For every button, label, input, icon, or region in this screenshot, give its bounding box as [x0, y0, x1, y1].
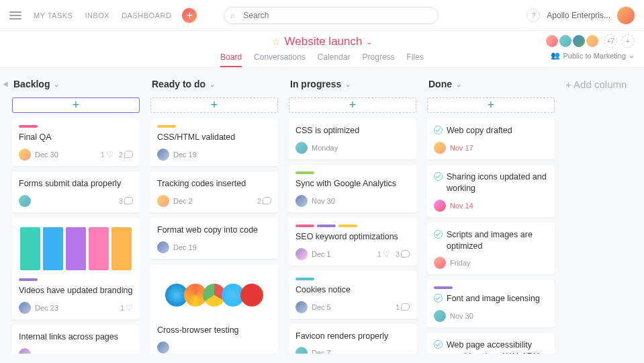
card[interactable]: CSS is optimizedMonday: [289, 118, 416, 159]
comment-count[interactable]: 3: [396, 250, 410, 258]
card[interactable]: Internal links across pages: [12, 325, 140, 354]
search-icon: ⌕: [230, 11, 235, 20]
card[interactable]: SEO keyword optimizationsDec 11♡3: [289, 218, 416, 266]
card-tags: [19, 278, 133, 281]
assignee-avatar[interactable]: [19, 302, 31, 314]
member-avatar[interactable]: [558, 34, 573, 48]
collapse-column-icon[interactable]: ◀: [3, 80, 8, 87]
search-box: ⌕: [224, 7, 439, 24]
add-column-button[interactable]: + Add column: [565, 77, 644, 354]
column-header[interactable]: Backlog⌄: [12, 77, 140, 92]
comment-count[interactable]: 2: [257, 197, 271, 205]
assignee-avatar[interactable]: [434, 257, 446, 269]
card[interactable]: Favicon renders properlyDec 7: [289, 324, 416, 354]
tab-calendar[interactable]: Calendar: [318, 52, 351, 67]
card[interactable]: Sharing icons updated and workingNov 14: [427, 165, 555, 217]
tab-conversations[interactable]: Conversations: [254, 52, 306, 67]
column-header[interactable]: Done⌄: [427, 77, 555, 92]
card[interactable]: Final QADec 301♡2: [12, 118, 140, 166]
project-members[interactable]: +7 +: [549, 34, 635, 48]
assignee-avatar[interactable]: [19, 195, 31, 207]
member-avatar[interactable]: [585, 34, 600, 48]
assignee-avatar[interactable]: [157, 341, 169, 354]
add-member-button[interactable]: +: [621, 34, 635, 48]
card[interactable]: Web copy draftedNov 17: [427, 118, 555, 159]
menu-icon[interactable]: [9, 9, 21, 22]
card[interactable]: Cross-browser testing: [150, 264, 278, 354]
add-card-button[interactable]: +: [12, 97, 140, 113]
chevron-down-icon[interactable]: ⌄: [456, 81, 461, 88]
member-avatar[interactable]: [571, 34, 586, 48]
card[interactable]: Format web copy into codeDec 19: [150, 218, 278, 259]
workspace-switcher[interactable]: Apollo Enterpris...: [547, 11, 610, 20]
like-count[interactable]: 1♡: [120, 303, 133, 313]
card-footer: Nov 17: [434, 142, 548, 154]
card-metrics: 1♡2: [101, 150, 133, 159]
assignee-avatar[interactable]: [19, 149, 31, 161]
comment-count[interactable]: 3: [119, 197, 133, 205]
column-header[interactable]: Ready to do⌄: [150, 77, 278, 92]
user-avatar[interactable]: [617, 7, 635, 24]
tab-files[interactable]: Files: [407, 52, 424, 67]
column: Done⌄+Web copy draftedNov 17Sharing icon…: [427, 77, 555, 354]
card-footer: Dec 19: [157, 241, 271, 253]
assignee-avatar[interactable]: [434, 310, 446, 322]
card[interactable]: Scripts and images are optimizedFriday: [427, 223, 555, 275]
card-footer: Dec 22: [157, 195, 271, 207]
topbar: MY TASKS INBOX DASHBOARD + ⌕ ? Apollo En…: [0, 0, 644, 31]
tab-board[interactable]: Board: [220, 52, 242, 67]
comment-count[interactable]: 2: [119, 151, 133, 159]
assignee-avatar[interactable]: [157, 149, 169, 161]
assignee-avatar[interactable]: [295, 347, 308, 354]
card[interactable]: Sync with Google AnalyticsNov 30: [289, 165, 416, 212]
like-count[interactable]: 1♡: [377, 249, 390, 259]
comment-count[interactable]: 1: [396, 303, 410, 311]
tab-progress[interactable]: Progress: [363, 52, 395, 67]
chevron-down-icon[interactable]: ⌄: [345, 81, 351, 88]
nav-my-tasks[interactable]: MY TASKS: [34, 11, 73, 19]
add-card-button[interactable]: +: [289, 97, 416, 113]
chevron-down-icon[interactable]: ⌄: [210, 81, 215, 88]
quick-add-button[interactable]: +: [182, 8, 197, 23]
star-icon[interactable]: ☆: [272, 36, 281, 47]
help-icon[interactable]: ?: [526, 9, 540, 22]
due-date: Monday: [312, 144, 338, 152]
assignee-avatar[interactable]: [295, 248, 308, 260]
card[interactable]: Forms submit data properly3: [12, 171, 140, 212]
chevron-down-icon[interactable]: ⌄: [54, 81, 59, 88]
column-header[interactable]: In progress⌄: [289, 77, 416, 92]
assignee-avatar[interactable]: [434, 200, 446, 212]
nav-inbox[interactable]: INBOX: [85, 11, 109, 19]
card-footer: [157, 341, 271, 354]
chevron-down-icon[interactable]: ⌄: [366, 38, 372, 46]
project-title[interactable]: ☆ Website launch ⌄: [272, 35, 373, 48]
card-tags: [295, 225, 410, 227]
check-circle-icon: [434, 294, 443, 302]
add-card-button[interactable]: +: [427, 97, 555, 113]
like-count[interactable]: 1♡: [101, 150, 113, 159]
assignee-avatar[interactable]: [434, 142, 446, 154]
card-title: Final QA: [19, 132, 133, 143]
assignee-avatar[interactable]: [19, 348, 31, 354]
card[interactable]: Tracking codes insertedDec 22: [150, 171, 278, 212]
card[interactable]: Web page accessibility considerations WA…: [427, 333, 555, 354]
search-input[interactable]: [224, 7, 439, 24]
assignee-avatar[interactable]: [295, 195, 308, 207]
card[interactable]: Videos have updated brandingDec 231♡: [12, 218, 140, 319]
assignee-avatar[interactable]: [295, 142, 308, 154]
card[interactable]: Cookies noticeDec 51: [289, 271, 416, 319]
nav-dashboard[interactable]: DASHBOARD: [122, 11, 171, 19]
member-overflow[interactable]: +7: [604, 34, 617, 48]
visibility-toggle[interactable]: 👥 Public to Marketing ⌄: [551, 51, 635, 60]
member-avatar[interactable]: [545, 34, 559, 48]
card[interactable]: Font and image licensingNov 30: [427, 280, 555, 327]
assignee-avatar[interactable]: [295, 301, 308, 313]
add-card-button[interactable]: +: [150, 97, 278, 113]
tag: [157, 125, 176, 128]
card[interactable]: CSS/HTML validatedDec 19: [150, 118, 278, 166]
card-title: Format web copy into code: [157, 225, 271, 236]
comment-icon: [263, 197, 271, 204]
assignee-avatar[interactable]: [157, 195, 169, 207]
due-date: Dec 19: [173, 151, 197, 159]
assignee-avatar[interactable]: [157, 241, 169, 253]
